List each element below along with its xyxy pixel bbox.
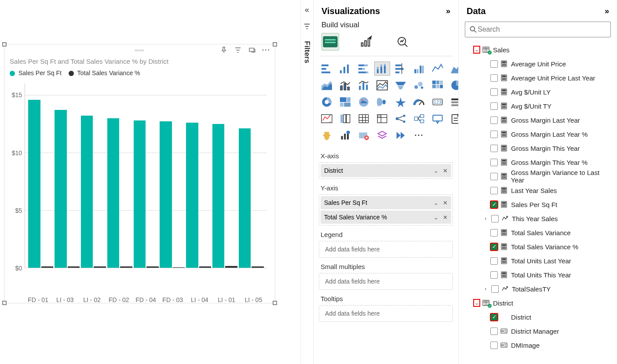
- bar-group[interactable]: [159, 84, 186, 268]
- expand-caret-icon[interactable]: ⌄: [474, 299, 480, 306]
- table-row-sales[interactable]: ⌄✓Sales: [460, 43, 613, 57]
- field-row[interactable]: Total Sales Variance: [460, 226, 613, 240]
- chevron-down-icon[interactable]: ⌄: [434, 167, 438, 174]
- viz-type-line-and-clustered-column[interactable]: [356, 78, 372, 92]
- viz-type-card[interactable]: 123: [430, 95, 445, 109]
- expand-caret-icon[interactable]: ⌄: [474, 46, 480, 53]
- field-checkbox[interactable]: [490, 102, 498, 110]
- bar-group[interactable]: [238, 84, 264, 268]
- viz-type-arcgis-map[interactable]: [356, 128, 372, 142]
- field-row[interactable]: Total Units This Year: [460, 268, 613, 282]
- viz-type-line-and-column[interactable]: [337, 78, 353, 92]
- field-checkbox[interactable]: [490, 74, 498, 82]
- filters-pane-collapsed[interactable]: « Filters: [300, 0, 314, 364]
- bar-series-2[interactable]: [146, 266, 158, 268]
- field-checkbox[interactable]: [490, 159, 498, 166]
- bar-series-2[interactable]: [252, 266, 263, 268]
- field-row[interactable]: District Manager: [460, 324, 613, 338]
- field-row[interactable]: Total Units Last Year: [460, 254, 613, 268]
- resize-handle-bottom-left[interactable]: [2, 301, 7, 305]
- field-checkbox[interactable]: [491, 215, 499, 222]
- viz-type-clustered-column[interactable]: [337, 62, 353, 76]
- visual-drag-handle[interactable]: ══: [135, 47, 145, 54]
- viz-type-clustered-column-grouped[interactable]: [411, 62, 427, 76]
- field-row[interactable]: ✓Sales Per Sq Ft: [460, 197, 613, 211]
- field-row[interactable]: Last Year Sales: [460, 183, 613, 197]
- viz-type-shape-map[interactable]: [393, 95, 409, 109]
- field-checkbox[interactable]: ✓: [490, 243, 498, 251]
- field-row[interactable]: Gross Margin Variance to Last Year: [460, 169, 613, 183]
- viz-type-paginated-report[interactable]: [337, 128, 353, 142]
- field-checkbox[interactable]: [490, 271, 498, 279]
- data-search-input[interactable]: [478, 25, 607, 33]
- bar-group[interactable]: [80, 84, 107, 268]
- field-row[interactable]: Average Unit Price: [460, 57, 613, 71]
- viz-type-trophy-visual[interactable]: [319, 128, 335, 142]
- remove-pill-icon[interactable]: ✕: [443, 214, 448, 221]
- bar-group[interactable]: [186, 84, 212, 268]
- field-checkbox[interactable]: [490, 342, 498, 349]
- bar-series-1[interactable]: [239, 128, 251, 268]
- viz-type-scatter-chart[interactable]: [411, 78, 427, 92]
- viz-type-table[interactable]: [356, 112, 372, 126]
- field-checkbox[interactable]: [490, 145, 498, 152]
- viz-type-kpi[interactable]: [319, 112, 335, 126]
- expand-caret-icon[interactable]: ›: [482, 286, 489, 292]
- field-checkbox[interactable]: [490, 131, 498, 138]
- field-checkbox[interactable]: [490, 116, 498, 124]
- viz-type-qna[interactable]: [430, 112, 445, 126]
- pin-icon[interactable]: [220, 46, 228, 54]
- viz-type-smart-narrative[interactable]: [411, 112, 427, 126]
- viz-type-filled-map[interactable]: [374, 95, 390, 109]
- bar-series-2[interactable]: [41, 266, 53, 268]
- resize-handle-bottom-right[interactable]: [273, 301, 277, 305]
- field-row[interactable]: Avg $/Unit TY: [460, 99, 613, 113]
- remove-pill-icon[interactable]: ✕: [443, 167, 448, 174]
- field-checkbox[interactable]: [490, 60, 498, 68]
- chevron-down-icon[interactable]: ⌄: [434, 200, 438, 206]
- viz-type-map[interactable]: [356, 95, 372, 109]
- viz-type-funnel[interactable]: [393, 78, 409, 92]
- field-row[interactable]: Average Unit Price Last Year: [460, 71, 613, 85]
- field-row[interactable]: Gross Margin Last Year: [460, 113, 613, 127]
- focus-mode-icon[interactable]: [248, 46, 256, 54]
- field-checkbox[interactable]: ✓: [490, 313, 498, 321]
- bar-group[interactable]: [106, 84, 133, 268]
- bar-group[interactable]: [28, 84, 54, 268]
- field-row[interactable]: DMImage: [460, 338, 613, 352]
- field-row[interactable]: Gross Margin This Year: [460, 141, 613, 155]
- field-row[interactable]: ✓District: [460, 310, 613, 324]
- yaxis-well[interactable]: Sales Per Sq Ft ⌄✕ Total Sales Variance …: [319, 194, 453, 226]
- bar-series-1[interactable]: [81, 116, 93, 268]
- bar-series-1[interactable]: [186, 123, 198, 268]
- viz-type-treemap[interactable]: [337, 95, 353, 109]
- viz-type-pie-chart[interactable]: [448, 78, 459, 92]
- viz-type-area-chart[interactable]: [448, 62, 459, 76]
- legend-well[interactable]: Add data fields here: [319, 241, 453, 258]
- filter-icon[interactable]: [234, 46, 242, 54]
- viz-type-waterfall[interactable]: [430, 78, 445, 92]
- viz-type-power-apps[interactable]: [374, 128, 390, 142]
- field-checkbox[interactable]: [490, 328, 498, 335]
- field-row[interactable]: Gross Margin Last Year %: [460, 127, 613, 141]
- bar-series-1[interactable]: [55, 110, 66, 268]
- field-row[interactable]: ✓Total Sales Variance %: [460, 240, 613, 254]
- data-search-box[interactable]: [465, 22, 611, 37]
- collapse-visualizations-icon[interactable]: »: [446, 7, 450, 16]
- bar-series-2[interactable]: [68, 266, 80, 268]
- viz-type-multi-row-card[interactable]: [448, 95, 459, 109]
- field-checkbox[interactable]: [490, 187, 498, 194]
- bar-series-2[interactable]: [94, 266, 106, 268]
- viz-type-stacked-bar-100[interactable]: [356, 62, 372, 76]
- bar-series-1[interactable]: [107, 118, 119, 268]
- table-row-district[interactable]: ⌄✓District: [460, 296, 613, 310]
- field-checkbox[interactable]: [490, 173, 498, 180]
- field-checkbox[interactable]: [491, 285, 499, 293]
- build-visual-tab[interactable]: [321, 33, 339, 51]
- expand-caret-icon[interactable]: ›: [482, 215, 489, 222]
- expand-filters-icon[interactable]: «: [305, 5, 309, 15]
- viz-type-stacked-column[interactable]: [374, 62, 390, 76]
- bar-group[interactable]: [212, 84, 238, 268]
- viz-type-slicer[interactable]: [337, 112, 353, 126]
- more-options-icon[interactable]: ···: [262, 46, 270, 54]
